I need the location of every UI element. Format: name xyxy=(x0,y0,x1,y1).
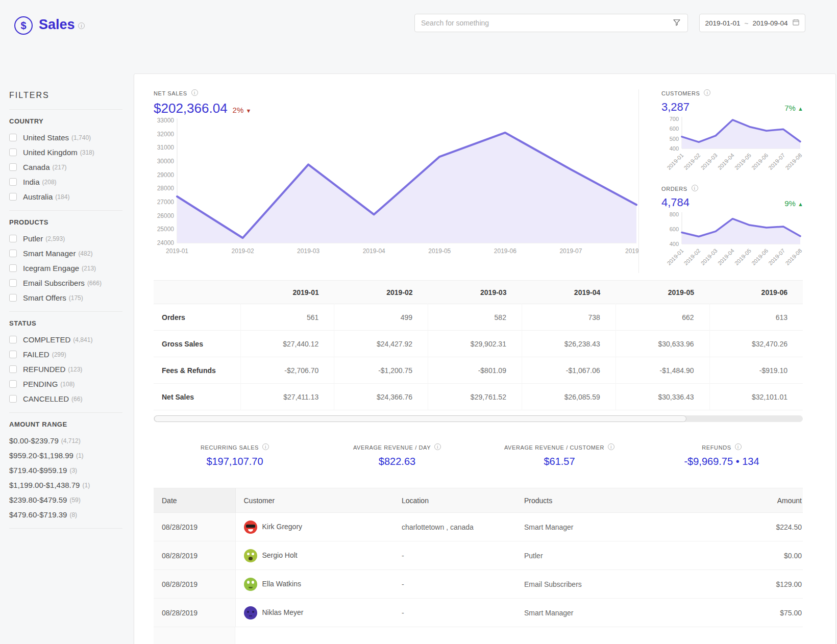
cell-value: -$801.09 xyxy=(428,357,522,384)
filter-option[interactable]: Email Subscribers (666) xyxy=(9,276,122,290)
stat-value: -$9,969.75 • 134 xyxy=(641,456,803,467)
order-customer: Ella Watkins xyxy=(235,570,393,599)
svg-text:29000: 29000 xyxy=(157,171,175,179)
filter-option[interactable]: CANCELLED (66) xyxy=(9,391,122,406)
amount-range-option[interactable]: $1,199.00-$1,438.79 (1) xyxy=(9,478,122,492)
horizontal-scrollbar-track[interactable] xyxy=(154,415,803,422)
order-row[interactable]: 08/28/2019 Ella Watkins - Email Subscrib… xyxy=(154,570,803,599)
filter-option[interactable]: Icegram Engage (213) xyxy=(9,261,122,276)
filter-funnel-icon[interactable] xyxy=(672,18,681,29)
svg-text:400: 400 xyxy=(670,145,679,152)
filter-option[interactable]: Australia (184) xyxy=(9,189,122,204)
filter-option-count: (299) xyxy=(52,351,66,358)
filter-option[interactable]: Smart Manager (482) xyxy=(9,246,122,261)
avatar xyxy=(244,578,257,591)
filter-option[interactable]: REFUNDED (123) xyxy=(9,362,122,377)
svg-text:2019-04: 2019-04 xyxy=(363,247,385,255)
order-row[interactable]: 08/28/2019 Niklas Meyer - Smart Manager … xyxy=(154,599,803,627)
amount-range-count: (4,712) xyxy=(61,437,81,444)
info-icon[interactable] xyxy=(704,89,710,96)
section-heading: COUNTRY xyxy=(9,117,122,125)
svg-text:24000: 24000 xyxy=(157,239,175,246)
amount-range-option[interactable]: $0.00-$239.79 (4,712) xyxy=(9,433,122,448)
order-customer: Niklas Meyer xyxy=(235,599,393,627)
checkbox[interactable] xyxy=(9,294,17,302)
order-products: Putler xyxy=(516,541,700,570)
section-heading: AMOUNT RANGE xyxy=(9,420,122,428)
order-products: Smart Manager xyxy=(516,513,700,541)
table-row: Net Sales $27,411.13$24,366.76$29,761.52… xyxy=(154,384,803,410)
checkbox[interactable] xyxy=(9,178,17,186)
checkbox[interactable] xyxy=(9,250,17,257)
filter-option[interactable]: United Kingdom (318) xyxy=(9,145,122,160)
filter-option[interactable]: PENDING (108) xyxy=(9,377,122,391)
checkbox[interactable] xyxy=(9,235,17,242)
info-icon[interactable] xyxy=(262,443,269,450)
cell-value: $27,411.13 xyxy=(240,384,334,410)
monthly-breakdown-table: 2019-012019-022019-032019-042019-052019-… xyxy=(154,280,803,410)
filter-option-count: (108) xyxy=(60,381,75,388)
svg-text:2019-05: 2019-05 xyxy=(733,247,752,266)
search-input[interactable] xyxy=(421,19,672,27)
svg-text:2019-07: 2019-07 xyxy=(767,247,786,266)
cell-value: -$1,067.06 xyxy=(522,357,616,384)
order-date: 08/28/2019 xyxy=(154,541,235,570)
amount-range-option[interactable]: $959.20-$1,198.99 (1) xyxy=(9,448,122,463)
filter-section-country: COUNTRY United States (1,740) United Kin… xyxy=(9,110,122,211)
checkbox[interactable] xyxy=(9,380,17,388)
filter-option-count: (4,841) xyxy=(73,336,92,343)
filter-option[interactable]: Putler (2,593) xyxy=(9,231,122,246)
info-icon[interactable] xyxy=(608,443,614,450)
customers-area-chart: 7006005004002019-012019-022019-032019-04… xyxy=(661,114,803,176)
order-row[interactable]: 08/28/2019 Sergio Holt - Putler $0.00 xyxy=(154,541,803,570)
filter-option[interactable]: India (208) xyxy=(9,175,122,189)
checkbox[interactable] xyxy=(9,264,17,272)
filter-option-count: (1,740) xyxy=(71,134,91,141)
checkbox[interactable] xyxy=(9,395,17,403)
svg-text:600: 600 xyxy=(670,126,679,132)
net-sales-panel: NET SALES $202,366.04 2% ▼ 3300032000310… xyxy=(154,89,638,273)
filter-option[interactable]: United States (1,740) xyxy=(9,130,122,145)
svg-text:26000: 26000 xyxy=(157,212,175,219)
checkbox[interactable] xyxy=(9,351,17,358)
filter-option[interactable]: COMPLETED (4,841) xyxy=(9,332,122,347)
checkbox[interactable] xyxy=(9,134,17,141)
svg-text:400: 400 xyxy=(670,241,679,247)
amount-range-option[interactable]: $719.40-$959.19 (3) xyxy=(9,463,122,478)
info-icon[interactable] xyxy=(191,89,198,96)
info-icon[interactable] xyxy=(735,443,742,450)
amount-range-option[interactable]: $479.60-$719.39 (8) xyxy=(9,507,122,522)
row-label: Net Sales xyxy=(154,384,240,410)
horizontal-scrollbar-thumb[interactable] xyxy=(154,415,686,422)
info-icon[interactable] xyxy=(78,22,85,29)
info-icon[interactable] xyxy=(692,185,698,191)
customers-panel: CUSTOMERS 3,287 7% ▲ 7006005004002019-01… xyxy=(661,89,803,178)
stat: REFUNDS -$9,969.75 • 134 xyxy=(641,443,803,467)
sales-dollar-icon: $ xyxy=(14,16,33,35)
customers-value: 3,287 xyxy=(661,101,690,114)
checkbox[interactable] xyxy=(9,365,17,373)
order-products: Email Subscribers xyxy=(516,570,700,599)
summary-stats-row: RECURRING SALES $197,107.70 AVERAGE REVE… xyxy=(154,443,803,467)
calendar-icon[interactable] xyxy=(792,18,800,28)
checkbox[interactable] xyxy=(9,279,17,287)
table-row: Orders 561499582738662613 xyxy=(154,304,803,331)
customer-name: Kirk Gregory xyxy=(262,522,303,530)
amount-range-option[interactable]: $239.80-$479.59 (59) xyxy=(9,492,122,507)
date-range-picker[interactable]: 2019-01-01 ~ 2019-09-04 xyxy=(699,14,805,32)
net-sales-label: NET SALES xyxy=(154,89,638,96)
info-icon[interactable] xyxy=(434,443,441,450)
filter-option[interactable]: Canada (217) xyxy=(9,160,122,175)
checkbox[interactable] xyxy=(9,336,17,343)
checkbox[interactable] xyxy=(9,193,17,201)
checkbox[interactable] xyxy=(9,148,17,156)
month-column-header: 2019-02 xyxy=(334,281,428,304)
arrow-up-icon: ▲ xyxy=(798,106,803,112)
svg-text:2019-07: 2019-07 xyxy=(767,152,786,171)
filter-option[interactable]: FAILED (299) xyxy=(9,347,122,362)
checkbox[interactable] xyxy=(9,163,17,171)
filter-option[interactable]: Smart Offers (175) xyxy=(9,290,122,305)
search-box[interactable] xyxy=(414,14,688,32)
svg-text:2019-01: 2019-01 xyxy=(666,152,684,171)
order-row[interactable]: 08/28/2019 Kirk Gregory charlottetown , … xyxy=(154,513,803,541)
